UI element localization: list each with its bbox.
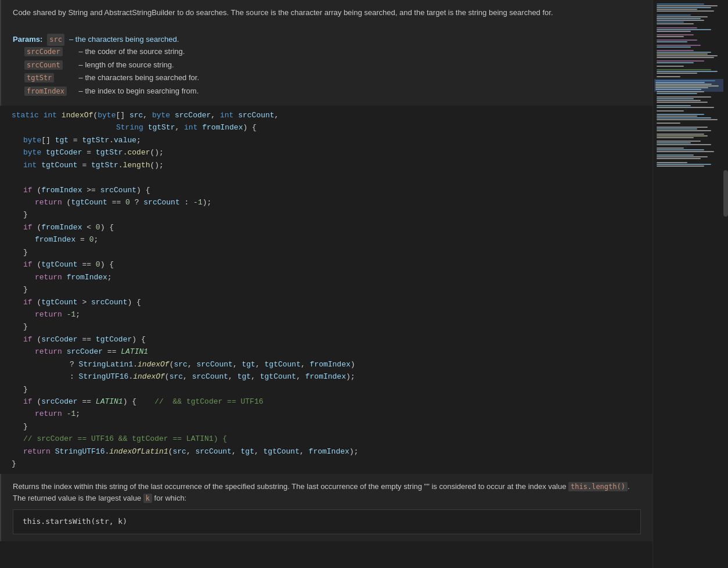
code-line-29: } [12, 458, 653, 470]
arg-srccount-3: srcCount [196, 445, 232, 458]
params-label: Params: [13, 34, 42, 46]
kw-string-1: String [116, 121, 143, 134]
param-tgtstr-row: tgtStr – the characters being searched f… [24, 72, 641, 84]
param-tgtstr-desc: – the characters being searched for. [77, 72, 199, 84]
code-line-7: if ( fromIndex >= srcCount ) { [12, 184, 653, 196]
num-0-2: 0 [96, 221, 100, 233]
arg-tgtcount-3: tgtCount [264, 445, 300, 458]
code-line-4: byte tgtCoder = tgtStr . coder (); [12, 146, 653, 159]
code-line-24: if ( srcCoder == LATIN1 ) { // && tgtCod… [12, 396, 653, 408]
arg-src-2: src [170, 371, 183, 383]
kw-int-2: int [220, 109, 233, 121]
ref-tgtcoder-1: tgtCoder [96, 333, 132, 346]
ref-fromindex-3: fromIndex [35, 233, 75, 246]
code-example-box: this.startsWith(str, k) [13, 509, 641, 534]
param-srccoder-row: srcCoder – the coder of the source strin… [24, 46, 641, 58]
kw-if-5: if [23, 333, 33, 346]
scrollbar-track[interactable] [723, 0, 728, 568]
top-doc-block: Code shared by String and AbstractString… [0, 0, 653, 106]
num-0-3: 0 [89, 233, 94, 246]
code-line-20: return srcCoder == LATIN1 [12, 346, 653, 358]
ref-tgtstr-1: tgtStr [82, 134, 109, 146]
param-srccount-row: srcCount – length of the source string. [24, 59, 641, 71]
main-content: Code shared by String and AbstractString… [0, 0, 653, 568]
arg-tgtcount-1: tgtCount [265, 358, 301, 371]
kw-return-4: return [35, 346, 62, 358]
num-neg1-3: -1 [67, 408, 76, 420]
code-line-15: } [12, 283, 653, 296]
kw-return-2: return [35, 271, 62, 283]
code-line-3: byte [] tgt = tgtStr . value ; [12, 134, 653, 146]
arg-tgtcount-2: tgtCount [260, 371, 296, 383]
arg-srccount-1: srcCount [196, 358, 232, 371]
ref-stringutf16-1: StringUTF16 [79, 371, 129, 383]
code-line-2: String tgtStr , int fromIndex ) { [12, 121, 653, 134]
comment-tgtcoder-utf16: // && tgtCoder == UTF16 [154, 396, 263, 408]
kw-int-4: int [23, 159, 37, 171]
param-src: src [129, 109, 143, 121]
code-line-27: // srcCoder == UTF16 && tgtCoder == LATI… [12, 433, 653, 445]
code-line-21: ? StringLatin1 . indexOf ( src , srcCoun… [12, 358, 653, 371]
num-0-4: 0 [96, 258, 100, 271]
fn-indexof-latin1: indexOf [138, 358, 170, 371]
doc-description: Code shared by String and AbstractString… [13, 7, 641, 19]
param-fromindex-row: fromIndex – the index to begin searching… [24, 85, 641, 98]
param-tgtstr-code: tgtStr [24, 73, 54, 82]
ref-tgtstr-2: tgtStr [96, 146, 123, 159]
code-line-25: return -1 ; [12, 408, 653, 420]
kw-return-3: return [35, 308, 62, 321]
param-src-desc: – the characters being searched. [69, 34, 179, 46]
fn-indexof: indexOf [62, 109, 93, 121]
code-line-14: return fromIndex ; [12, 271, 653, 283]
ref-srccount-2: srcCount [143, 196, 179, 208]
num-neg1-1: -1 [193, 196, 203, 208]
kw-byte-2: byte [152, 109, 170, 121]
param-srccoder-desc: – the coder of the source string. [77, 46, 185, 58]
code-blank-1 [12, 171, 653, 184]
inline-code-this-length: this.length() [568, 482, 628, 491]
field-value: value [114, 134, 136, 146]
ref-stringlatin1: StringLatin1 [79, 358, 134, 371]
ref-fromindex-2: fromIndex [41, 221, 82, 233]
code-block: static int indexOf ( byte [] src , byte … [0, 106, 653, 474]
scrollbar-thumb[interactable] [723, 170, 728, 217]
ref-srccoder-1: srcCoder [41, 333, 77, 346]
kw-if-4: if [23, 296, 33, 308]
fn-length-1: length [123, 159, 150, 171]
arg-tgt-3: tgt [241, 445, 254, 458]
param-fromindex-code: fromIndex [24, 87, 67, 96]
param-tgtstr-1: tgtStr [148, 121, 175, 134]
param-srccoder-1: srcCoder [175, 109, 211, 121]
kw-static: static [12, 109, 39, 121]
code-line-13: if ( tgtCount == 0 ) { [12, 258, 653, 271]
kw-byte-3: byte [23, 134, 41, 146]
arg-tgt-2: tgt [237, 371, 251, 383]
code-line-8: return ( tgtCount == 0 ? srcCount : -1 )… [12, 196, 653, 208]
code-line-18: } [12, 321, 653, 333]
code-line-12: } [12, 246, 653, 258]
const-latin1-2: LATIN1 [96, 396, 123, 408]
arg-src-3: src [173, 445, 186, 458]
minimap-panel[interactable] [653, 0, 728, 568]
code-line-1: static int indexOf ( byte [] src , byte … [12, 109, 653, 121]
param-srccount-code: srcCount [24, 60, 63, 70]
kw-int-3: int [184, 121, 197, 134]
param-srccount-1: srcCount [238, 109, 274, 121]
arg-fromindex-3: fromIndex [309, 445, 349, 458]
ref-fromindex-1: fromIndex [41, 184, 82, 196]
var-tgt: tgt [55, 134, 69, 146]
var-tgtcoder: tgtCoder [46, 146, 82, 159]
ref-srccount-1: srcCount [100, 184, 136, 196]
ref-srccoder-2: srcCoder [67, 346, 103, 358]
kw-return-1: return [35, 196, 62, 208]
kw-if-1: if [23, 184, 33, 196]
arg-fromindex-2: fromIndex [305, 371, 346, 383]
ref-tgtcount-1: tgtCount [71, 196, 107, 208]
code-line-23: } [12, 383, 653, 396]
code-line-16: if ( tgtCount > srcCount ) { [12, 296, 653, 308]
fn-coder: coder [127, 146, 150, 159]
code-line-22: : StringUTF16 . indexOf ( src , srcCount… [12, 371, 653, 383]
ref-stringutf16-2: StringUTF16 [55, 445, 105, 458]
kw-byte-4: byte [23, 146, 41, 159]
kw-if-3: if [23, 258, 33, 271]
